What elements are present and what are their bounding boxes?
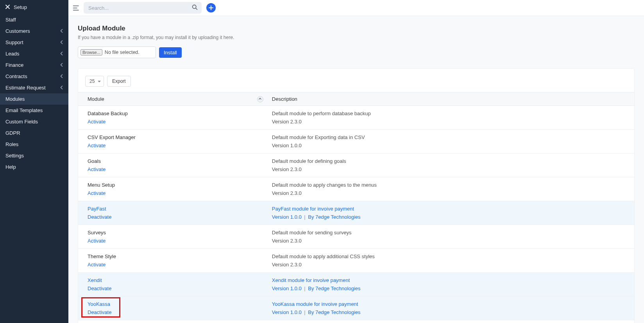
module-version: Version 2.3.0	[272, 190, 630, 196]
module-description: Default module to perform database backu…	[272, 111, 630, 116]
chevron-left-icon	[60, 40, 63, 45]
module-name: Database Backup	[88, 111, 263, 116]
upload-description: If you have a module in a .zip format, y…	[78, 35, 635, 40]
module-description: Default module to apply additional CSS s…	[272, 253, 630, 259]
table-row: Theme StyleActivateDefault module to app…	[78, 249, 634, 273]
activate-link[interactable]: Activate	[88, 143, 106, 148]
module-name[interactable]: Xendit	[88, 277, 263, 283]
module-description: Xendit module for invoive payment	[272, 277, 630, 283]
sidebar-title: Setup	[14, 4, 27, 10]
module-name: Goals	[88, 158, 263, 164]
sidebar-item-modules[interactable]: Modules	[0, 93, 68, 105]
browse-button[interactable]: Browse...	[80, 49, 102, 55]
col-module[interactable]: Module	[78, 93, 267, 106]
menu-toggle-icon[interactable]	[73, 5, 79, 11]
sidebar-item-roles[interactable]: Roles	[0, 139, 68, 150]
module-version: Version 2.3.0	[272, 238, 630, 244]
close-icon[interactable]	[5, 4, 10, 10]
sidebar-item-email-templates[interactable]: Email Templates	[0, 105, 68, 116]
search-field[interactable]	[84, 2, 202, 14]
chevron-left-icon	[60, 86, 63, 90]
file-input[interactable]: Browse... No file selected.	[78, 46, 156, 58]
module-description: Default module to apply changes to the m…	[272, 182, 630, 188]
module-name[interactable]: YooKassa	[88, 301, 263, 307]
module-name: Menu Setup	[88, 182, 263, 188]
sidebar-item-contracts[interactable]: Contracts	[0, 71, 68, 82]
sidebar-item-label: Leads	[5, 51, 19, 57]
table-row: GoalsActivateDefault module for defining…	[78, 153, 634, 177]
table-row: YooKassaDeactivateYooKassa module for in…	[78, 296, 634, 320]
file-status: No file selected.	[105, 50, 140, 55]
chevron-left-icon	[60, 52, 63, 56]
topbar	[68, 0, 644, 16]
export-button[interactable]: Export	[107, 76, 131, 87]
deactivate-link[interactable]: Deactivate	[88, 309, 111, 315]
module-description: PayFast module for invoive payment	[272, 206, 630, 212]
sort-asc-icon[interactable]	[257, 96, 263, 102]
sidebar-item-label: Email Templates	[5, 107, 43, 113]
sidebar-item-support[interactable]: Support	[0, 37, 68, 48]
module-version: Version 2.3.0	[272, 119, 630, 125]
sidebar-item-settings[interactable]: Settings	[0, 150, 68, 161]
table-row: Menu SetupActivateDefault module to appl…	[78, 177, 634, 201]
sidebar-item-gdpr[interactable]: GDPR	[0, 127, 68, 139]
sidebar-item-custom-fields[interactable]: Custom Fields	[0, 116, 68, 127]
module-version: Version 1.0.0 | By 7edge Technologies	[272, 286, 630, 291]
table-row: PayFastDeactivatePayFast module for invo…	[78, 201, 634, 225]
activate-link[interactable]: Activate	[88, 119, 106, 125]
deactivate-link[interactable]: Deactivate	[88, 214, 111, 220]
sidebar-item-help[interactable]: Help	[0, 161, 68, 173]
module-version: Version 1.0.0 | By 7edge Technologies	[272, 309, 630, 315]
sidebar-item-label: Support	[5, 39, 23, 45]
chevron-left-icon	[60, 29, 63, 34]
table-row: SurveysActivateDefault module for sendin…	[78, 225, 634, 249]
table-row: CSV Export ManagerActivateDefault module…	[78, 130, 634, 153]
sidebar-item-customers[interactable]: Customers	[0, 25, 68, 37]
activate-link[interactable]: Activate	[88, 190, 106, 196]
search-input[interactable]	[84, 5, 202, 11]
module-name: Theme Style	[88, 253, 263, 259]
deactivate-link[interactable]: Deactivate	[88, 286, 111, 291]
install-button[interactable]: Install	[159, 47, 182, 58]
svg-point-0	[193, 5, 196, 9]
page-size-select[interactable]: 25	[85, 76, 104, 87]
module-version: Version 2.3.0	[272, 166, 630, 172]
modules-table: Module Description Database BackupActiva…	[78, 92, 634, 320]
col-description[interactable]: Description	[267, 93, 634, 106]
module-name[interactable]: PayFast	[88, 206, 263, 212]
sidebar-item-staff[interactable]: Staff	[0, 14, 68, 25]
sidebar: Setup StaffCustomersSupportLeadsFinanceC…	[0, 0, 68, 323]
sidebar-item-label: Contracts	[5, 73, 27, 79]
chevron-left-icon	[60, 63, 63, 68]
sidebar-item-label: Help	[5, 164, 16, 170]
module-version: Version 1.0.0	[272, 143, 630, 148]
module-description: Default module for sending surveys	[272, 230, 630, 236]
activate-link[interactable]: Activate	[88, 166, 106, 172]
sidebar-item-finance[interactable]: Finance	[0, 59, 68, 71]
search-icon[interactable]	[192, 4, 198, 11]
module-description: Default module for Exporting data in CSV	[272, 134, 630, 140]
sidebar-item-label: Staff	[5, 17, 16, 23]
module-version: Version 1.0.0 | By 7edge Technologies	[272, 214, 630, 220]
table-row: XenditDeactivateXendit module for invoiv…	[78, 273, 634, 296]
table-footer: Showing 1 to 9 of 9 entries	[78, 320, 634, 323]
chevron-left-icon	[60, 74, 63, 79]
add-button[interactable]	[206, 3, 216, 12]
activate-link[interactable]: Activate	[88, 262, 106, 268]
sidebar-item-label: GDPR	[5, 130, 20, 136]
sidebar-item-label: Roles	[5, 141, 18, 147]
sidebar-item-label: Modules	[5, 96, 25, 102]
sidebar-item-label: Settings	[5, 153, 24, 159]
sidebar-item-leads[interactable]: Leads	[0, 48, 68, 59]
sidebar-item-label: Estimate Request	[5, 85, 46, 91]
sidebar-item-estimate-request[interactable]: Estimate Request	[0, 82, 68, 93]
module-name: Surveys	[88, 230, 263, 236]
module-description: Default module for defining goals	[272, 158, 630, 164]
module-description: YooKassa module for invoive payment	[272, 301, 630, 307]
module-version: Version 2.3.0	[272, 262, 630, 268]
module-name: CSV Export Manager	[88, 134, 263, 140]
page-title: Upload Module	[78, 25, 635, 32]
activate-link[interactable]: Activate	[88, 238, 106, 244]
sidebar-item-label: Custom Fields	[5, 119, 38, 125]
sidebar-item-label: Customers	[5, 28, 30, 34]
